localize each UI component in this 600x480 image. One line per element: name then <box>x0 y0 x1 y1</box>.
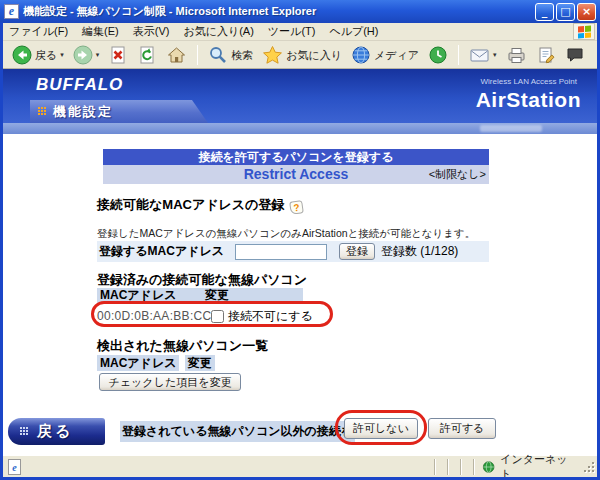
document-icon: e <box>8 459 21 475</box>
refresh-button[interactable] <box>134 44 160 66</box>
brand-tagline: Wireless LAN Access Point <box>481 77 577 86</box>
col-mac-address: MACアドレス <box>97 355 179 371</box>
back-dropdown-icon[interactable]: ▾ <box>60 51 64 59</box>
close-button[interactable]: × <box>577 3 596 21</box>
media-button[interactable]: メディア <box>348 44 422 66</box>
dots-grid-icon <box>38 107 47 116</box>
menu-edit[interactable]: 編集(E) <box>82 24 119 39</box>
apply-checked-button[interactable]: チェックした項目を変更 <box>99 373 241 391</box>
restriction-badge: <制限なし> <box>429 165 486 184</box>
disable-connection-label: 接続不可にする <box>228 308 313 325</box>
status-bar: e インターネット <box>3 455 597 477</box>
search-label: 検索 <box>231 48 253 63</box>
register-button[interactable]: 登録 <box>339 243 375 260</box>
col-change: 変更 <box>185 355 215 371</box>
resize-grip[interactable] <box>583 459 597 475</box>
brand-substrip <box>3 123 597 134</box>
status-separator <box>460 459 473 475</box>
stop-icon <box>108 45 128 65</box>
minimize-button[interactable]: _ <box>535 3 554 21</box>
brand-header: BUFFALO Wireless LAN Access Point AirSta… <box>3 69 597 123</box>
home-button[interactable] <box>163 44 190 66</box>
status-separator <box>434 459 447 475</box>
menu-file[interactable]: ファイル(F) <box>9 24 68 39</box>
help-icon[interactable]: ? <box>290 200 305 215</box>
settings-tab: 機能設定 <box>30 100 208 123</box>
back-nav-label: 戻る <box>37 422 73 441</box>
favorites-label: お気に入り <box>286 48 342 63</box>
page-title-en-bar: Restrict Access <制限なし> <box>103 165 489 184</box>
menu-view[interactable]: 表示(V) <box>133 24 170 39</box>
messenger-button[interactable] <box>562 44 588 66</box>
menu-tools[interactable]: ツール(T) <box>268 24 316 39</box>
favorites-button[interactable]: お気に入り <box>259 44 345 66</box>
register-row: 登録するMACアドレス 登録 登録数 (1/128) <box>97 241 489 262</box>
dots-grid-icon <box>20 427 29 436</box>
toolbar: 戻る ▾ ▾ <box>3 42 597 69</box>
menu-help[interactable]: ヘルプ(H) <box>329 24 378 39</box>
status-zone-label: インターネット <box>500 452 575 480</box>
edit-button[interactable] <box>533 44 559 66</box>
mac-address-value: 00:0D:0B:AA:BB:CC <box>97 309 207 323</box>
registered-table-header: MACアドレス 変更 <box>97 288 303 303</box>
status-zone-panel: インターネット <box>473 459 583 475</box>
forward-dropdown-icon[interactable]: ▾ <box>96 51 100 59</box>
back-nav-button[interactable]: 戻る <box>8 418 105 445</box>
forward-button[interactable]: ▾ <box>70 44 103 66</box>
maximize-button[interactable]: □ <box>556 3 575 21</box>
section3-heading: 検出された無線パソコン一覧 <box>97 337 268 355</box>
table-row: 00:0D:0B:AA:BB:CC 接続不可にする <box>97 307 313 325</box>
allow-button[interactable]: 許可する <box>428 418 496 439</box>
ie-logo-icon: e <box>4 4 19 19</box>
section1-heading-text: 接続可能なMACアドレスの登録 <box>97 197 284 212</box>
media-label: メディア <box>374 48 419 63</box>
menu-bar: ファイル(F) 編集(E) 表示(V) お気に入り(A) ツール(T) ヘルプ(… <box>3 23 597 41</box>
toolbar-separator <box>197 45 198 65</box>
col-change: 変更 <box>205 288 229 303</box>
windows-logo-icon <box>573 23 595 40</box>
window-title: 機能設定 - 無線パソコン制限 - Microsoft Internet Exp… <box>23 4 533 19</box>
search-button[interactable]: 検索 <box>205 44 256 66</box>
print-button[interactable] <box>503 44 530 66</box>
section1-heading: 接続可能なMACアドレスの登録? <box>97 196 303 214</box>
mail-dropdown-icon[interactable]: ▾ <box>493 51 497 59</box>
register-label: 登録するMACアドレス <box>99 243 235 260</box>
forward-icon <box>73 45 93 65</box>
back-icon <box>12 45 32 65</box>
star-icon <box>262 45 283 65</box>
mail-button[interactable]: ▾ <box>466 44 500 66</box>
mail-icon <box>469 45 490 65</box>
policy-label: 登録されている無線パソコン以外の接続を <box>120 421 355 442</box>
deny-button[interactable]: 許可しない <box>344 418 418 439</box>
section1-description: 登録したMACアドレスの無線パソコンのみAirStationと接続が可能となりま… <box>97 227 475 241</box>
window-frame-left <box>0 22 3 480</box>
messenger-icon <box>565 45 585 65</box>
col-mac-address: MACアドレス <box>100 288 176 303</box>
buffalo-logo: BUFFALO <box>36 75 123 95</box>
home-icon <box>166 45 187 65</box>
refresh-icon <box>137 45 157 65</box>
globe-icon <box>351 45 371 65</box>
history-button[interactable] <box>425 44 451 66</box>
browser-window: e 機能設定 - 無線パソコン制限 - Microsoft Internet E… <box>0 0 600 480</box>
settings-tab-label: 機能設定 <box>53 103 113 121</box>
stop-button[interactable] <box>105 44 131 66</box>
title-bar: e 機能設定 - 無線パソコン制限 - Microsoft Internet E… <box>0 0 600 23</box>
internet-globe-icon <box>482 460 495 474</box>
toolbar-separator <box>458 45 459 65</box>
registered-count: 登録数 (1/128) <box>381 243 458 260</box>
menu-favorites[interactable]: お気に入り(A) <box>183 24 253 39</box>
disable-connection-checkbox[interactable] <box>211 310 224 323</box>
mac-address-input[interactable] <box>235 244 327 260</box>
back-button[interactable]: 戻る ▾ <box>9 44 67 66</box>
status-main-panel: e <box>3 459 434 475</box>
substrip-blur <box>480 125 542 132</box>
edit-icon <box>536 45 556 65</box>
section2-heading: 登録済みの接続可能な無線パソコン <box>97 271 307 289</box>
page-title-jp: 接続を許可するパソコンを登録する <box>103 149 489 165</box>
status-separator <box>447 459 460 475</box>
product-name: AirStation <box>476 88 581 112</box>
page-content: BUFFALO Wireless LAN Access Point AirSta… <box>3 69 597 455</box>
back-label: 戻る <box>35 48 57 63</box>
detected-table-header: MACアドレス 変更 <box>97 355 215 370</box>
